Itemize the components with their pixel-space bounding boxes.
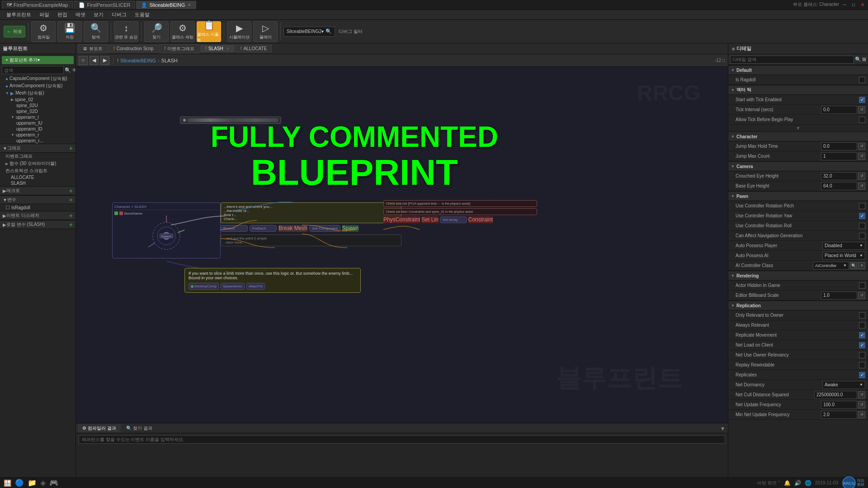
menu-edit[interactable]: 편집 bbox=[54, 10, 71, 19]
menu-debug[interactable]: 디버그 bbox=[108, 10, 130, 19]
reset-button[interactable]: ↺ bbox=[858, 143, 865, 150]
graph-functions[interactable]: ▶ 함수 (30 오버라이더블) bbox=[0, 160, 75, 167]
add-graph-button[interactable]: + bbox=[69, 145, 73, 152]
input-crouched-eye[interactable] bbox=[821, 172, 857, 180]
graph-slash[interactable]: SLASH bbox=[0, 180, 75, 186]
menu-blueprint[interactable]: 블루프린트 bbox=[3, 10, 35, 19]
breadcrumb-root[interactable]: SliceableBEING bbox=[120, 58, 156, 63]
checkbox-net-owner[interactable] bbox=[859, 352, 865, 358]
component-mesh[interactable]: ▼ ▶ Mesh (상속됨) bbox=[0, 89, 75, 97]
input-net-update-freq[interactable] bbox=[821, 401, 857, 409]
macro-section-header[interactable]: ▶ 매크로 + bbox=[0, 186, 75, 195]
expand-row[interactable]: ▼ bbox=[728, 125, 868, 131]
dropdown-ai-controller[interactable]: AIController ▼ bbox=[813, 262, 849, 270]
graph-construction[interactable]: 컨스트럭션 스크립트 bbox=[0, 167, 75, 174]
reset-button[interactable]: ↺ bbox=[858, 411, 865, 418]
graph-selector-bar[interactable] bbox=[180, 117, 281, 124]
tab-compiler-results[interactable]: ⚙ 컴파일러 결과 bbox=[78, 424, 121, 432]
checkbox-actor-hidden[interactable] bbox=[859, 282, 865, 289]
variable-section-header[interactable]: ▼ 변수 + bbox=[0, 195, 75, 204]
section-pawn[interactable]: ▼ Pawn bbox=[728, 191, 868, 201]
class-defaults-button[interactable]: 📋 클래스 디폴트 bbox=[197, 21, 221, 42]
minimize-button[interactable]: ─ bbox=[841, 1, 848, 9]
reset-button[interactable]: ↺ bbox=[858, 153, 865, 160]
checkbox-start-tick[interactable]: ✓ bbox=[859, 97, 865, 103]
component-arrow[interactable]: ● ArrowComponent (상속됨) bbox=[0, 82, 75, 89]
compile-button[interactable]: ⚙ 컴파일 bbox=[31, 21, 56, 42]
browse-button[interactable]: 🔍 탐색 bbox=[84, 21, 108, 42]
checkbox-only-relevant[interactable] bbox=[859, 312, 865, 319]
section-default[interactable]: ▼ Default bbox=[728, 65, 868, 75]
component-upperarm-r[interactable]: ▼ upperarm_r bbox=[0, 132, 75, 138]
checkbox-allow-tick[interactable] bbox=[859, 117, 865, 123]
checkbox-rot-roll[interactable] bbox=[859, 223, 865, 229]
section-character[interactable]: ▼ Character bbox=[728, 131, 868, 141]
component-upperarm-ld[interactable]: upperarm_lD bbox=[0, 126, 75, 132]
close-button[interactable]: ✕ bbox=[859, 1, 866, 9]
chrome-icon[interactable]: 🔵 bbox=[15, 479, 24, 487]
component-upperarm-l[interactable]: ▼ upperarm_l bbox=[0, 114, 75, 120]
checkbox-rot-pitch[interactable] bbox=[859, 203, 865, 209]
bp-node-small[interactable]: AttachTo bbox=[246, 283, 265, 290]
input-net-cull[interactable] bbox=[814, 391, 857, 399]
exec-pin[interactable] bbox=[119, 211, 123, 215]
reset-button[interactable]: ↺ bbox=[858, 106, 865, 113]
bp-node-red[interactable]: PhysConstraint bbox=[383, 216, 420, 223]
reset-button[interactable]: ↺ bbox=[858, 401, 865, 408]
ue4-icon[interactable]: ◈ bbox=[40, 479, 46, 487]
menu-help[interactable]: 도움말 bbox=[131, 10, 153, 19]
input-billboard-scale[interactable] bbox=[821, 291, 857, 300]
back-nav-button[interactable]: ◀ bbox=[90, 56, 99, 65]
graph-event[interactable]: 이벤트그래프 bbox=[0, 153, 75, 160]
section-rendering[interactable]: ▼ Rendering bbox=[728, 271, 868, 281]
reference-search-input[interactable] bbox=[79, 435, 725, 444]
reset-button[interactable]: ↺ bbox=[858, 391, 865, 399]
windows-icon[interactable]: 🪟 bbox=[4, 479, 11, 487]
component-search-input[interactable] bbox=[2, 66, 64, 74]
browse-button[interactable]: 🔍 bbox=[850, 262, 857, 269]
tab-find-results[interactable]: 🔍 찾기 결과 bbox=[122, 424, 157, 432]
save-button[interactable]: 💾 저장 bbox=[57, 21, 82, 42]
blueprint-canvas[interactable]: RRCG 시ノ人초材 블루프린트 FULLY COMMENTED BLUEPRI… bbox=[76, 67, 728, 423]
checkbox-is-ragdoll[interactable] bbox=[859, 77, 865, 83]
section-camera[interactable]: ▼ Camera bbox=[728, 161, 868, 171]
graph-allocate[interactable]: ALLOCATE bbox=[0, 174, 75, 180]
reset-button[interactable]: ↺ bbox=[858, 183, 865, 190]
tab-viewport[interactable]: 🖥 뷰포트 bbox=[78, 44, 108, 53]
bottom-panel-close[interactable]: ▾ bbox=[719, 425, 726, 432]
event-dispatcher-header[interactable]: ▶ 이벤트 디스패처 + bbox=[0, 211, 75, 220]
input-base-eye[interactable] bbox=[821, 182, 857, 190]
add-variable-button[interactable]: + bbox=[69, 196, 73, 203]
bp-node-small[interactable]: SpawnActor bbox=[221, 283, 245, 290]
play-button[interactable]: ▷ 플레이 bbox=[253, 21, 278, 42]
tab-event-graph[interactable]: f 이벤트그래프 bbox=[159, 44, 199, 53]
section-replication[interactable]: ▼ Replication bbox=[728, 300, 868, 310]
bp-node[interactable]: Get Array bbox=[440, 216, 467, 223]
bp-node[interactable]: Spawn bbox=[342, 225, 359, 232]
checkbox-replay[interactable] bbox=[859, 362, 865, 368]
app-icon[interactable]: 🎮 bbox=[49, 479, 58, 487]
tab-construction-script[interactable]: f Construction Scrip bbox=[108, 45, 158, 52]
input-jump-count[interactable] bbox=[821, 152, 857, 160]
find-button[interactable]: 🔎 찾기 bbox=[144, 21, 169, 42]
add-component-button[interactable]: + 컴포넌트 추가▾ bbox=[2, 56, 74, 64]
component-capsule[interactable]: ● CapsuleComponent (상속됨) bbox=[0, 75, 75, 82]
file-manager-icon[interactable]: 📁 bbox=[28, 479, 37, 487]
add-event-dispatcher-button[interactable]: + bbox=[69, 212, 73, 219]
component-spine02u[interactable]: spine_02U bbox=[0, 103, 75, 108]
checkbox-replicate-movement[interactable]: ✓ bbox=[859, 332, 865, 338]
details-search-input[interactable] bbox=[730, 56, 854, 64]
menu-asset[interactable]: 에셋 bbox=[72, 10, 89, 19]
checkbox-rot-yaw[interactable]: ✓ bbox=[859, 213, 865, 219]
tab-firstpersonexamplemap[interactable]: 🗺 FirstPersonExampleMap bbox=[2, 1, 73, 9]
checkbox-always-relevant[interactable] bbox=[859, 322, 865, 328]
component-spine02[interactable]: ▶ spine_02 bbox=[0, 97, 75, 103]
debug-instance-dropdown[interactable]: SliceableBEING2▾ 🔍 bbox=[283, 27, 335, 37]
bp-node[interactable]: Branch bbox=[221, 225, 248, 232]
back-button[interactable]: ← 뒤로 bbox=[4, 26, 25, 38]
tab-sliceablebeing[interactable]: 👤 SliceableBEING ✕ bbox=[136, 1, 196, 9]
component-upperarm-rd[interactable]: upperarm_r... bbox=[0, 138, 75, 144]
section-actor-tick[interactable]: ▼ 액터 틱 bbox=[728, 85, 868, 95]
input-min-net-update-freq[interactable] bbox=[821, 411, 857, 419]
input-tick-interval[interactable] bbox=[821, 106, 857, 114]
